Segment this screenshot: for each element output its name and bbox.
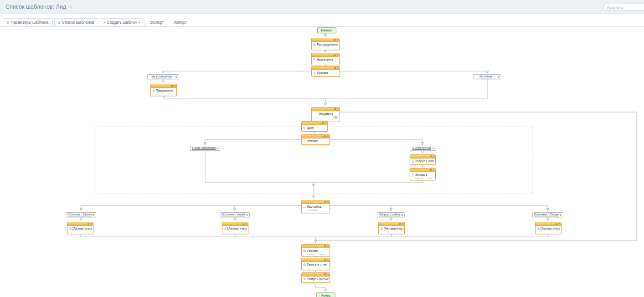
minimize-icon[interactable]: – (332, 108, 333, 111)
create-template-button[interactable]: + Создать шаблон ▾ (100, 18, 144, 26)
branch-dot-icon[interactable] (401, 214, 403, 216)
close-icon[interactable]: × (174, 85, 175, 87)
node-titlebar: – ⚙ × (312, 108, 340, 111)
branch-dot-icon[interactable] (216, 148, 218, 149)
branch-label-not-set[interactable]: не установлен (147, 74, 179, 79)
branch-label-email-filled[interactable]: E-mail заполненный (190, 146, 220, 151)
close-icon[interactable]: × (327, 135, 329, 138)
template-params-button[interactable]: ⚙ Параметры шаблона (3, 18, 53, 26)
favorite-star-icon[interactable]: ☆ (68, 4, 73, 10)
gear-icon[interactable]: ⚙ (324, 259, 326, 261)
flowchart-canvas[interactable]: Начало ⚙ × ◎ Распределение ⚙ × ✎ Назначе… (0, 27, 644, 297)
branch-dot-icon[interactable] (93, 214, 94, 216)
flow-node-interruption[interactable]: ⚙ × ◎ Прерывание (150, 84, 177, 96)
flow-node-auto-3[interactable]: ⚙ × ◎ [Автоматическое (378, 222, 405, 234)
gear-icon[interactable]: ⚙ (334, 54, 336, 56)
minimize-icon[interactable]: – (322, 201, 323, 204)
node-titlebar: ⚙ × (67, 222, 93, 226)
gear-icon[interactable]: ⚙ (242, 223, 245, 225)
flow-node-send-settings[interactable]: – ⚙ × ⚠ Настройкаотправки (301, 200, 330, 213)
close-icon[interactable]: × (402, 223, 403, 225)
branch-label-source[interactable]: Источник (473, 74, 501, 79)
branch-dot-icon[interactable] (246, 214, 248, 216)
branch-label-site-request[interactable]: Запрос с сайта (377, 212, 405, 217)
gear-icon[interactable]: ⚙ (324, 273, 326, 276)
gear-icon[interactable]: ⚙ (324, 201, 326, 204)
branch-label-source-letter[interactable]: Источник - письмо (220, 212, 250, 217)
flow-node-status[interactable]: ⚙ × ✎ Статус - Письмо (301, 272, 330, 283)
flow-node-condition-2[interactable]: – ⚙ × ⚠ Условие (301, 134, 330, 145)
gear-icon[interactable]: ⚙ (430, 155, 432, 158)
close-icon[interactable]: × (327, 245, 329, 248)
page-title: Список шаблонов: Лид (5, 4, 66, 10)
close-icon[interactable]: × (337, 108, 339, 111)
search-input[interactable] (605, 4, 644, 11)
gear-icon[interactable]: ⚙ (334, 67, 336, 70)
close-icon[interactable]: × (433, 169, 434, 172)
import-button[interactable]: Импорт (170, 18, 192, 26)
branch-label-email-empty[interactable]: E-mail пустой (410, 146, 436, 151)
node-body: ◎ [Автоматическое (379, 226, 404, 234)
flow-node-start[interactable]: Начало (317, 27, 336, 33)
close-icon[interactable]: × (337, 39, 338, 41)
gear-icon[interactable]: ⚙ (322, 122, 324, 125)
flow-node-auto-1[interactable]: ⚙ × ◎ [Автоматическая (67, 222, 93, 234)
gear-icon[interactable]: ⚙ (430, 169, 432, 172)
node-titlebar: – ⚙ × (302, 135, 330, 138)
flow-node-auto-4[interactable]: ⚙ × ◎ [Автоматическое за (535, 222, 562, 234)
flow-node-report[interactable]: ⚙ × ◎ Запись в отчет (301, 258, 330, 270)
close-icon[interactable]: × (327, 259, 329, 261)
export-button[interactable]: Экспорт (146, 18, 169, 26)
branch-label-text: E-mail пустой (412, 147, 432, 150)
close-icon[interactable]: × (559, 223, 560, 225)
flow-node-distribution[interactable]: ⚙ × ◎ Распределение (311, 38, 340, 50)
flow-node-end[interactable]: Конец (316, 292, 335, 297)
flow-node-auto-2[interactable]: ⚙ × ◎ [Автоматическая (222, 222, 248, 234)
branch-dot-icon[interactable] (560, 214, 562, 216)
flow-node-send[interactable]: – ⚙ × Отправить Нет (311, 107, 340, 121)
warning-icon: ⚠ (313, 71, 316, 75)
gear-icon[interactable]: ⚙ (324, 245, 326, 248)
loop-icon: ↻ (303, 126, 306, 130)
port-label-no[interactable]: Нет (334, 116, 339, 119)
node-body: ✎ Статус - Письмо (302, 277, 330, 282)
close-icon[interactable]: × (337, 67, 339, 70)
flow-node-letter[interactable]: ⚙ × @ Письмо (301, 244, 330, 256)
flow-node-request-email[interactable]: ⚙ × ◎ Запрос E-mail (410, 154, 436, 165)
node-body: ↻ Цикл (302, 125, 327, 131)
flow-node-assignment[interactable]: ⚙ × ✎ Назначение (311, 53, 340, 65)
branch-label-source-landing[interactable]: Источник - Лэндинг (532, 212, 563, 217)
close-icon[interactable]: × (337, 54, 338, 56)
node-body: ◎ [Автоматическая (67, 226, 93, 234)
minimize-icon[interactable]: – (319, 122, 321, 125)
flow-node-loop[interactable]: – ⚙ × ↻ Цикл (301, 121, 328, 132)
node-title: Письмо (307, 249, 329, 253)
template-list-button[interactable]: ≣ Список шаблонов (54, 18, 98, 26)
gear-icon[interactable]: ⚙ (171, 85, 173, 87)
close-icon[interactable]: × (327, 273, 329, 276)
branch-label-source-call[interactable]: Источник - Звонок (66, 212, 96, 217)
gear-icon[interactable]: ⚙ (399, 223, 401, 225)
node-subtitle-dots (156, 92, 172, 94)
branch-dot-icon[interactable] (175, 76, 177, 78)
close-icon[interactable]: × (91, 223, 92, 225)
minimize-icon[interactable]: – (332, 67, 333, 70)
branch-label-text: Источник (475, 75, 497, 78)
gear-icon[interactable]: ⚙ (324, 135, 326, 138)
gear-icon[interactable]: ⚙ (334, 39, 336, 41)
close-icon[interactable]: × (433, 155, 434, 158)
flow-node-condition-1[interactable]: – ⚙ × ⚠ Условие (311, 66, 340, 77)
branch-dot-icon[interactable] (433, 148, 434, 149)
close-icon[interactable]: × (327, 201, 329, 204)
gear-icon[interactable]: ⚙ (88, 223, 90, 225)
gear-icon[interactable]: ⚙ (556, 223, 558, 225)
close-icon[interactable]: × (246, 223, 247, 225)
gear-icon[interactable]: ⚙ (334, 108, 336, 111)
node-titlebar: ⚙ × (410, 155, 435, 159)
minimize-icon[interactable]: – (322, 135, 323, 138)
flow-node-record[interactable]: ⚙ × ✎ Запись в (410, 168, 436, 180)
branch-dot-icon[interactable] (498, 76, 500, 78)
close-icon[interactable]: × (325, 122, 326, 125)
node-subtitle-dots (415, 177, 432, 179)
node-titlebar: – ⚙ × (302, 200, 330, 204)
